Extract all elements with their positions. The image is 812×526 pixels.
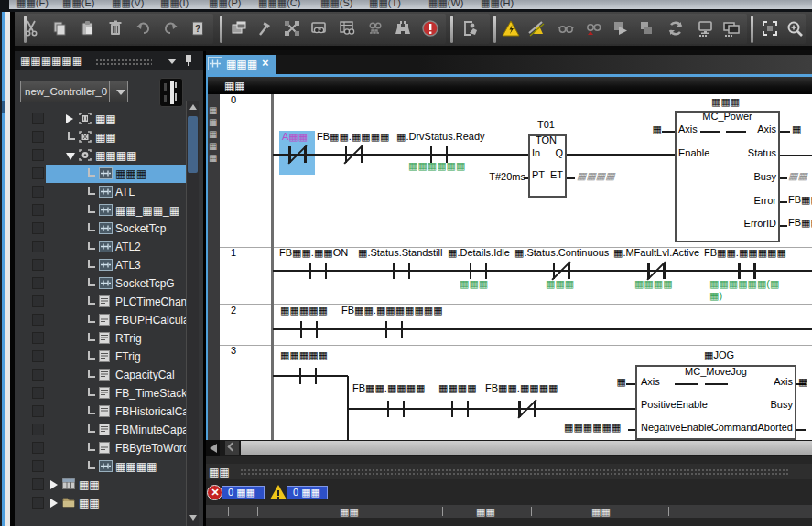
svg-text:?: ? [195,24,200,34]
